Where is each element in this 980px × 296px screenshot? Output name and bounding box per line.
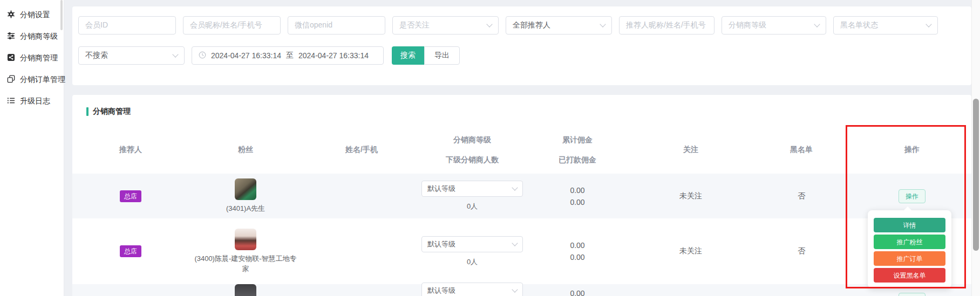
referrer-select[interactable]: 全部推荐人 (506, 16, 612, 35)
sidebar-item-label: 分销设置 (20, 10, 50, 20)
chevron-down-icon (486, 21, 492, 27)
referrer-badge: 总店 (120, 245, 141, 257)
copy-icon (7, 75, 15, 85)
header-referrer: 推荐人 (72, 145, 189, 155)
member-nickname-input[interactable]: 会员昵称/姓名/手机号 (183, 16, 281, 35)
table-row: 总店 (3401)A先生 默认等级 0人 0.00 0.00 未关注 (72, 174, 971, 218)
date-separator: 至 (286, 51, 294, 60)
share-icon (7, 53, 15, 63)
export-button[interactable]: 导出 (424, 46, 460, 65)
sidebar-item-distributor-level[interactable]: 分销商等级 (0, 26, 64, 47)
scrollbar-thumb[interactable] (973, 99, 979, 251)
header-actions: 操作 (853, 145, 971, 155)
action-popup-menu: 详情 推广粉丝 推广订单 设置黑名单 (868, 210, 951, 288)
referrer-name-input[interactable]: 推荐人昵称/姓名/手机号 (619, 16, 714, 35)
header-name-phone: 姓名/手机 (302, 145, 421, 155)
commission-paid: 0.00 (570, 253, 584, 261)
sidebar-scrollbar-thumb[interactable] (60, 0, 63, 30)
referrer-badge: 总店 (120, 190, 141, 202)
commission-paid: 0.00 (570, 198, 584, 206)
commission-total: 0.00 (570, 241, 584, 250)
date-start: 2024-04-27 16:33:14 (211, 51, 281, 60)
chevron-down-icon (925, 21, 931, 27)
sidebar: 分销设置 分销商等级 分销商管理 分销订单管理 (0, 0, 64, 296)
fan-name: (3401)A先生 (226, 203, 265, 214)
header-level: 分销商等级下级分销商人数 (421, 135, 523, 165)
row-level-select[interactable]: 默认等级 (421, 181, 523, 197)
distributor-level-select[interactable]: 分销商等级 (722, 16, 826, 35)
date-end: 2024-04-27 16:33:14 (298, 51, 369, 60)
date-range-picker[interactable]: 2024-04-27 16:33:14 至 2024-04-27 16:33:1… (192, 46, 384, 65)
row-action-button[interactable]: 操作 (899, 189, 925, 203)
sub-distributor-count: 0人 (467, 202, 478, 211)
chevron-down-icon (512, 240, 518, 246)
commission-total: 0.00 (570, 289, 584, 296)
sidebar-item-label: 分销商管理 (20, 53, 58, 63)
commission-cell: 0.00 (570, 289, 584, 296)
sliders-icon (7, 32, 15, 42)
blacklist-status-select[interactable]: 黑名单状态 (833, 16, 938, 35)
sidebar-item-distributor-management[interactable]: 分销商管理 (0, 47, 64, 69)
fan-name: (3400)陈晨-建安物联-智慧工地专家 (193, 253, 298, 274)
sidebar-item-label: 升级日志 (20, 97, 50, 106)
chevron-down-icon (512, 184, 518, 190)
commission-cell: 0.00 0.00 (570, 186, 584, 206)
menu-item-promote-fans[interactable]: 推广粉丝 (874, 235, 945, 249)
blacklist-status: 否 (798, 191, 805, 201)
list-icon (7, 97, 15, 106)
distributor-admin-screen: 分销设置 分销商等级 分销商管理 分销订单管理 (0, 0, 980, 296)
follow-status: 未关注 (679, 246, 702, 256)
header-blacklist: 黑名单 (750, 145, 853, 155)
sub-distributor-count: 0人 (467, 257, 478, 267)
blacklist-status: 否 (798, 246, 805, 256)
avatar (235, 229, 256, 250)
commission-total: 0.00 (570, 186, 584, 195)
scrollbar-track (971, 0, 980, 296)
member-id-input[interactable]: 会员ID (78, 16, 176, 35)
search-button[interactable]: 搜索 (392, 46, 424, 65)
commission-cell: 0.00 0.00 (570, 241, 584, 261)
table-row: 总店 (3400)陈晨-建安物联-智慧工地专家 默认等级 0人 0.00 0.0… (72, 218, 971, 284)
chevron-down-icon (512, 286, 518, 292)
filter-row-1: 会员ID 会员昵称/姓名/手机号 微信openid 是否关注 全部推荐人 推荐人… (78, 16, 938, 35)
follow-status: 未关注 (679, 191, 702, 201)
table-header: 推荐人 粉丝 姓名/手机 分销商等级下级分销商人数 累计佣金已打款佣金 关注 黑… (72, 126, 971, 174)
menu-item-set-blacklist[interactable]: 设置黑名单 (874, 268, 945, 283)
clock-icon (199, 51, 206, 60)
table-body: 总店 (3401)A先生 默认等级 0人 0.00 0.00 未关注 (72, 174, 971, 296)
filter-panel: 会员ID 会员昵称/姓名/手机号 微信openid 是否关注 全部推荐人 推荐人… (72, 6, 971, 85)
sidebar-item-distribution-orders[interactable]: 分销订单管理 (0, 69, 64, 91)
avatar (235, 178, 256, 200)
header-commission: 累计佣金已打款佣金 (523, 135, 631, 165)
section-title: 分销商管理 (86, 107, 131, 116)
sidebar-item-upgrade-log[interactable]: 升级日志 (0, 91, 64, 112)
sidebar-item-distribution-settings[interactable]: 分销设置 (0, 4, 64, 26)
header-follow: 关注 (631, 145, 750, 155)
chevron-down-icon (172, 51, 178, 57)
follow-status-select[interactable]: 是否关注 (392, 16, 499, 35)
sidebar-menu: 分销设置 分销商等级 分销商管理 分销订单管理 (0, 0, 64, 112)
row-level-select[interactable]: 默认等级 (421, 283, 523, 296)
row-level-select[interactable]: 默认等级 (421, 236, 523, 252)
wechat-openid-input[interactable]: 微信openid (288, 16, 385, 35)
menu-item-promote-orders[interactable]: 推广订单 (874, 251, 945, 266)
filter-row-2: 不搜索 2024-04-27 16:33:14 至 2024-04-27 16:… (78, 46, 460, 65)
gear-icon (7, 10, 15, 20)
avatar (235, 284, 256, 296)
table-row: 默认等级 0.00 操作 (72, 284, 971, 296)
chevron-down-icon (814, 21, 820, 27)
row-action-button[interactable]: 操作 (899, 293, 925, 296)
header-fans: 粉丝 (189, 145, 302, 155)
sidebar-item-label: 分销订单管理 (20, 75, 65, 85)
menu-item-detail[interactable]: 详情 (874, 218, 945, 232)
section-title-text: 分销商管理 (93, 107, 131, 116)
sidebar-item-label: 分销商等级 (20, 32, 58, 42)
chevron-down-icon (600, 21, 605, 27)
search-mode-select[interactable]: 不搜索 (78, 46, 185, 65)
title-accent-bar (86, 107, 89, 116)
distributor-table-panel: 分销商管理 推荐人 粉丝 姓名/手机 分销商等级下级分销商人数 累计佣金已打款佣… (72, 95, 971, 296)
